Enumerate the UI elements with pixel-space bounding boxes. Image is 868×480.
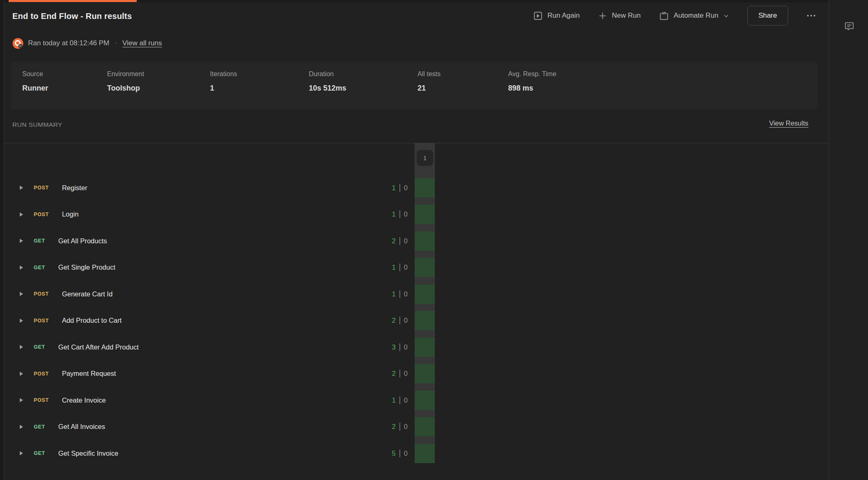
count-divider — [399, 370, 400, 377]
stat-column: All tests 21 — [418, 70, 508, 109]
stat-label: Source — [22, 70, 107, 78]
expand-chevron-icon[interactable] — [20, 186, 23, 190]
stat-value: Runner — [22, 84, 107, 93]
iteration-result-cell[interactable] — [415, 205, 435, 224]
view-all-runs-link[interactable]: View all runs — [122, 39, 162, 47]
run-summary-heading: RUN SUMMARY — [12, 121, 62, 128]
iteration-result-cell[interactable] — [415, 338, 435, 357]
passed-count: 1 — [392, 290, 396, 298]
request-row[interactable]: POST Payment Request 2 0 — [5, 361, 408, 387]
passed-count: 2 — [392, 237, 396, 245]
comments-button[interactable] — [843, 20, 855, 32]
expand-chevron-icon[interactable] — [20, 266, 23, 270]
request-method: POST — [34, 185, 49, 191]
request-method: GET — [34, 344, 45, 350]
request-row[interactable]: POST Login 1 0 — [5, 201, 408, 228]
stat-value: Toolshop — [107, 84, 210, 93]
stat-label: Environment — [107, 70, 210, 78]
more-options-button[interactable] — [806, 12, 816, 19]
iteration-result-cell[interactable] — [415, 364, 435, 383]
expand-chevron-icon[interactable] — [20, 212, 23, 217]
count-divider — [399, 343, 400, 351]
request-row[interactable]: POST Add Product to Cart 2 0 — [5, 308, 408, 334]
stat-column: Iterations 1 — [210, 70, 309, 109]
count-divider — [399, 184, 400, 192]
request-row[interactable]: GET Get All Products 2 0 — [5, 228, 408, 254]
request-row[interactable]: GET Get Specific Invoice 5 0 — [5, 440, 408, 467]
passed-count: 2 — [392, 423, 396, 431]
count-divider — [399, 237, 400, 245]
test-counts: 1 0 — [392, 184, 408, 192]
expand-chevron-icon[interactable] — [20, 239, 23, 243]
stat-column: Environment Toolshop — [107, 70, 210, 109]
stat-column: Avg. Resp. Time 898 ms — [508, 70, 556, 109]
expand-chevron-icon[interactable] — [20, 425, 23, 429]
request-row[interactable]: POST Register 1 0 — [5, 175, 408, 201]
request-row[interactable]: GET Get Single Product 1 0 — [5, 254, 408, 281]
iteration-result-cell[interactable] — [415, 391, 435, 410]
request-row[interactable]: GET Get Cart After Add Product 3 0 — [5, 334, 408, 361]
share-button[interactable]: Share — [747, 6, 788, 26]
header-actions: Run Again New Run Automate Run — [533, 6, 816, 26]
passed-count: 3 — [392, 343, 396, 351]
expand-chevron-icon[interactable] — [20, 372, 23, 376]
meta-separator: · — [114, 39, 118, 47]
request-method: POST — [34, 397, 49, 403]
passed-count: 1 — [392, 396, 396, 404]
test-counts: 1 0 — [392, 263, 408, 271]
iteration-result-cell[interactable] — [415, 231, 435, 251]
request-name: Register — [62, 184, 87, 192]
request-method: POST — [34, 212, 49, 217]
request-row[interactable]: GET Get All Invoices 2 0 — [5, 414, 408, 440]
failed-count: 0 — [404, 450, 408, 457]
right-sidebar — [829, 0, 868, 480]
run-summary-table: POST Register 1 0 POST Login 1 0 GET Get… — [5, 143, 828, 480]
automate-run-icon — [659, 11, 669, 21]
test-counts: 1 0 — [392, 396, 408, 404]
failed-count: 0 — [404, 343, 408, 351]
iteration-result-cell[interactable] — [415, 284, 435, 304]
run-again-button[interactable]: Run Again — [533, 11, 580, 21]
request-method: POST — [34, 318, 49, 324]
passed-count: 2 — [392, 317, 396, 324]
iteration-result-cell[interactable] — [415, 444, 435, 463]
iteration-result-cell[interactable] — [415, 258, 435, 277]
iteration-result-cell[interactable] — [415, 417, 435, 436]
count-divider — [399, 396, 400, 404]
count-divider — [399, 210, 400, 218]
count-divider — [399, 317, 400, 324]
run-again-icon — [533, 11, 543, 21]
request-row[interactable]: POST Generate Cart Id 1 0 — [5, 281, 408, 308]
request-method: POST — [34, 371, 49, 377]
new-run-label: New Run — [612, 12, 641, 20]
stat-value: 21 — [418, 84, 508, 93]
count-divider — [399, 450, 400, 457]
test-counts: 2 0 — [392, 237, 408, 245]
expand-chevron-icon[interactable] — [20, 398, 23, 402]
plus-icon — [598, 11, 607, 21]
iteration-result-cell[interactable] — [415, 178, 435, 198]
expand-chevron-icon[interactable] — [20, 292, 23, 296]
iteration-result-cell[interactable] — [415, 311, 435, 330]
request-method: GET — [34, 265, 45, 270]
request-rows: POST Register 1 0 POST Login 1 0 GET Get… — [5, 175, 408, 467]
runner-logo-icon — [12, 38, 23, 49]
stat-column: Duration 10s 512ms — [309, 70, 418, 109]
request-name: Generate Cart Id — [62, 290, 112, 298]
request-row[interactable]: POST Create Invoice 1 0 — [5, 387, 408, 414]
iteration-header-badge[interactable]: 1 — [417, 150, 433, 166]
ran-timestamp: Ran today at 08:12:46 PM — [28, 39, 110, 47]
test-counts: 1 0 — [392, 290, 408, 298]
stat-label: Duration — [309, 70, 418, 78]
expand-chevron-icon[interactable] — [20, 319, 23, 323]
expand-chevron-icon[interactable] — [20, 345, 23, 349]
new-run-button[interactable]: New Run — [598, 11, 641, 21]
expand-chevron-icon[interactable] — [20, 451, 23, 455]
run-results-page: End to End Flow - Run results Run Again … — [5, 2, 828, 480]
automate-run-button[interactable]: Automate Run — [659, 11, 729, 21]
iteration-column: 1 — [415, 143, 435, 463]
view-results-link[interactable]: View Results — [769, 119, 808, 127]
failed-count: 0 — [404, 370, 408, 377]
failed-count: 0 — [404, 396, 408, 404]
request-name: Get All Products — [58, 237, 107, 245]
